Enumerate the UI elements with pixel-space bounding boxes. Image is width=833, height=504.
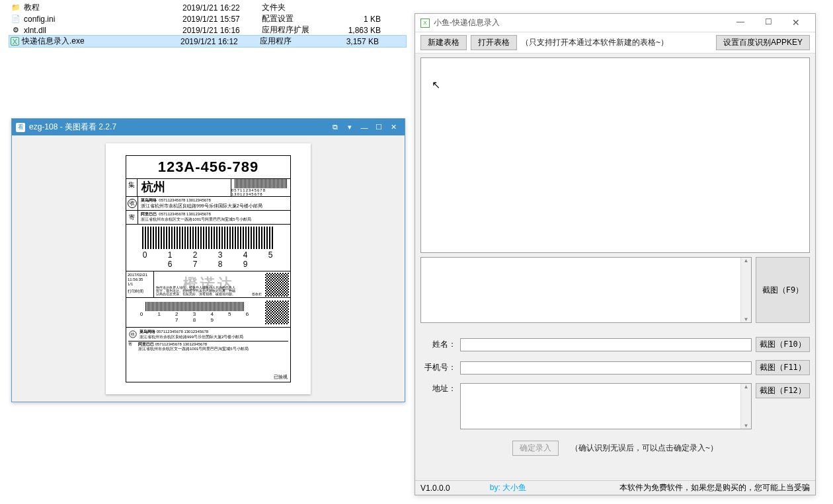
chevron-down-icon[interactable]: ▾ (342, 123, 357, 131)
viewer-title-text: ezg-108 - 美图看看 2.2.7 (29, 122, 116, 133)
maximize-icon[interactable]: ☐ (372, 123, 386, 131)
name-input[interactable] (460, 338, 752, 351)
open-sheet-button[interactable]: 打开表格 (471, 35, 517, 50)
address-label: 地址： (420, 383, 456, 394)
file-type: 文件夹 (262, 2, 328, 13)
send-address: 浙江省杭州市余杭区文一西路1001号阿里巴巴淘宝城5号小邮局 (141, 217, 288, 223)
restore-down-icon[interactable]: ⧉ (328, 123, 342, 131)
file-row[interactable]: 📁 教程 2019/1/21 16:22 文件夹 (9, 2, 406, 13)
ini-icon: 📄 (11, 14, 21, 24)
scrollbar[interactable]: ▲▼ (740, 384, 751, 429)
file-date: 2019/1/21 16:22 (182, 3, 262, 13)
file-size: 1 KB (328, 15, 381, 24)
send-tag: 寄 (126, 211, 138, 224)
close-icon[interactable]: ✕ (782, 17, 810, 30)
image-viewer-window: 看 ezg-108 - 美图看看 2.2.7 ⧉ ▾ — ☐ ✕ 123A-45… (11, 118, 405, 402)
dest-city: 杭州 (138, 179, 231, 196)
ocr-result-area[interactable]: ▲▼ (420, 257, 752, 323)
file-date: 2019/1/21 16:16 (182, 26, 262, 35)
app-titlebar[interactable]: X 小鱼-快递信息录入 — ☐ ✕ (415, 14, 815, 32)
address-input[interactable]: ▲▼ (460, 383, 752, 429)
file-list: 📁 教程 2019/1/21 16:22 文件夹 📄 config.ini 20… (9, 2, 406, 47)
statusbar: V1.0.0.0 by: 大小鱼 本软件为免费软件，如果您是购买的，您可能上当受… (415, 480, 815, 495)
recv-address: 浙江省杭州市余杭区良睦路999号乐佳国际大厦2号楼小邮局 (141, 203, 288, 209)
viewer-titlebar[interactable]: 看 ezg-108 - 美图看看 2.2.7 ⧉ ▾ — ☐ ✕ (12, 119, 405, 135)
file-type: 配置设置 (262, 13, 328, 24)
folder-icon: 📁 (11, 3, 21, 13)
file-type: 应用程序 (260, 36, 326, 47)
file-name: 快递信息录入.exe (22, 36, 180, 47)
qr-code (265, 301, 289, 324)
shipping-label: 123A-456-789 集 杭州 057112345678 130123456… (106, 143, 311, 394)
file-name: 教程 (24, 2, 182, 13)
recv-tag: 收 (128, 199, 137, 208)
name-label: 姓名： (420, 339, 456, 350)
file-row[interactable]: ⚙ xlnt.dll 2019/1/21 16:16 应用程序扩展 1,863 … (9, 24, 406, 36)
set-appkey-button[interactable]: 设置百度识别APPKEY (716, 35, 810, 50)
dll-icon: ⚙ (11, 25, 21, 36)
verified-label: 已验视 (126, 373, 290, 382)
app-icon: 看 (16, 123, 25, 132)
tracking-number: 123A-456-789 (126, 156, 290, 179)
app-icon: X (420, 18, 430, 28)
city-tag: 集 (126, 179, 138, 196)
app-window: X 小鱼-快递信息录入 — ☐ ✕ 新建表格 打开表格 （只支持打开本通过本软件… (415, 13, 816, 495)
confirm-entry-button[interactable]: 确定录入 (512, 441, 559, 456)
scrollbar[interactable]: ▲▼ (740, 258, 751, 322)
phone-label: 手机号： (420, 362, 456, 373)
preview-area[interactable] (420, 57, 810, 253)
toolbar: 新建表格 打开表格 （只支持打开本通过本软件新建的表格~） 设置百度识别APPK… (415, 32, 815, 54)
version-label: V1.0.0.0 (420, 484, 450, 493)
qr-code (265, 273, 289, 297)
maximize-icon[interactable]: ☐ (754, 17, 782, 30)
screenshot-f12-button[interactable]: 截图（F12） (756, 383, 810, 398)
viewer-body: 123A-456-789 集 杭州 057112345678 130123456… (12, 135, 405, 402)
new-sheet-button[interactable]: 新建表格 (420, 35, 467, 50)
file-name: xlnt.dll (24, 26, 182, 35)
close-icon[interactable]: ✕ (386, 123, 401, 131)
author-link[interactable]: 大小鱼 (502, 483, 526, 492)
footer-notice: 本软件为免费软件，如果您是购买的，您可能上当受骗 (619, 482, 810, 493)
file-date: 2019/1/21 15:57 (182, 15, 262, 24)
phone-input[interactable] (460, 361, 752, 375)
app-title-text: 小鱼-快递信息录入 (434, 17, 500, 28)
exe-icon: X (11, 37, 19, 46)
file-date: 2019/1/21 16:12 (180, 37, 260, 46)
file-size: 3,157 KB (326, 37, 379, 46)
secondary-barcode: 0 1 2 3 4 5 6 7 8 9 (126, 302, 264, 323)
file-size: 1,863 KB (328, 26, 381, 35)
confirm-hint: （确认识别无误后，可以点击确定录入~） (571, 443, 718, 454)
open-hint: （只支持打开本通过本软件新建的表格~） (521, 37, 668, 48)
file-row[interactable]: 📄 config.ini 2019/1/21 15:57 配置设置 1 KB (9, 13, 406, 24)
minimize-icon[interactable]: — (357, 124, 372, 131)
screenshot-f10-button[interactable]: 截图（F10） (756, 337, 810, 352)
file-name: config.ini (24, 15, 182, 24)
main-barcode: 0 1 2 3 4 5 6 7 8 9 (126, 225, 290, 271)
minimize-icon[interactable]: — (727, 17, 754, 30)
screenshot-f9-button[interactable]: 截图（F9） (756, 257, 810, 323)
mini-barcode: 057112345678 13012345678 (231, 179, 290, 196)
screenshot-f11-button[interactable]: 截图（F11） (756, 360, 810, 375)
file-type: 应用程序扩展 (262, 24, 328, 36)
file-row[interactable]: X 快递信息录入.exe 2019/1/21 16:12 应用程序 3,157 … (9, 36, 406, 47)
